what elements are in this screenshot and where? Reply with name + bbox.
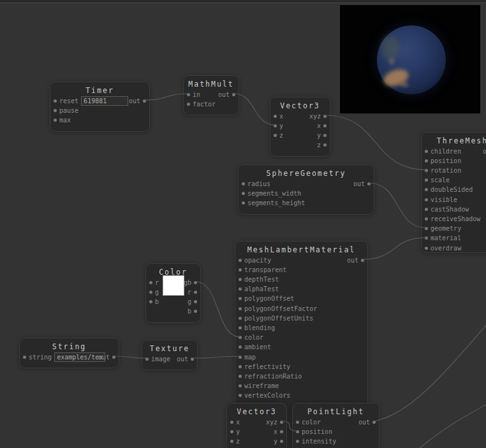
output-label: out [480, 148, 486, 155]
landmass-upper [381, 36, 399, 60]
node-title: MeshLambertMaterial [235, 245, 367, 254]
input-label: max [57, 117, 73, 124]
input-label: castShadow [428, 206, 471, 213]
input-label: geometry [428, 225, 464, 232]
output-port-x[interactable] [280, 430, 283, 433]
output-label: y [271, 438, 280, 445]
node-pointlight[interactable]: PointLightcolorpositionintensityout [292, 403, 379, 448]
node-title: ThreeMesh [422, 136, 486, 145]
input-label: alphaTest [242, 285, 281, 293]
node-spheregeometry[interactable]: SphereGeometryradiussegments_widthsegmen… [238, 164, 374, 215]
input-label: position [299, 428, 335, 435]
output-label: g [185, 298, 194, 305]
wire-color-to-meshlambertmaterial [196, 282, 240, 337]
input-label: polygonOffset [242, 295, 297, 302]
node-title: SphereGeometry [239, 169, 374, 178]
input-label: depthTest [242, 276, 281, 283]
output-port-out[interactable] [361, 259, 364, 262]
input-label: y [233, 428, 242, 435]
output-label: out [126, 98, 143, 105]
node-texture[interactable]: Textureimageout [142, 340, 198, 370]
node-vector3a[interactable]: Vector3xyzxyzxyz [270, 97, 330, 157]
node-vector3b[interactable]: Vector3xyzxyzxyz [226, 403, 287, 448]
input-label: y [277, 122, 286, 129]
node-string[interactable]: Stringstringout [19, 338, 119, 368]
input-label: refractionRatio [242, 373, 304, 380]
input-label: map [242, 354, 258, 361]
render-preview [340, 5, 480, 113]
node-timer[interactable]: Timerresetpausemaxout [50, 82, 150, 132]
output-label: z [314, 141, 323, 148]
reset-field[interactable] [81, 96, 128, 106]
output-label: x [314, 122, 323, 129]
output-port-out[interactable] [367, 182, 371, 185]
wire-pointlight-out-offscreen-right [374, 314, 486, 421]
input-label: image [149, 356, 173, 363]
input-label: polygonOffsetUnits [242, 315, 316, 322]
node-title: Timer [50, 86, 149, 95]
input-label: g [152, 289, 161, 296]
color-swatch[interactable] [163, 275, 184, 296]
input-label: transparent [242, 266, 289, 273]
input-label: doubleSided [428, 186, 475, 193]
output-label: y [314, 132, 323, 139]
input-label: x [233, 419, 242, 426]
input-label: position [428, 157, 464, 164]
input-label: color [299, 419, 323, 426]
input-label: scale [428, 177, 452, 184]
output-port-out[interactable] [232, 93, 235, 96]
node-title: Vector3 [270, 101, 330, 110]
wire-vector3a-to-threemesh [325, 115, 427, 170]
input-label: b [152, 298, 161, 305]
output-port-rgb[interactable] [194, 281, 197, 284]
output-label: out [174, 356, 191, 363]
wire-timer-to-mathmult [145, 94, 189, 100]
output-port-g[interactable] [194, 300, 197, 303]
output-port-b[interactable] [194, 310, 197, 313]
input-label: x [277, 113, 286, 120]
input-label: reflectivity [242, 363, 293, 370]
output-label: out [96, 354, 112, 361]
node-title: Vector3 [227, 407, 286, 416]
output-port-r[interactable] [194, 291, 197, 294]
input-label: radius [245, 180, 273, 187]
input-label: reset [57, 98, 81, 105]
wire-offscreen-right-to-bottom [413, 399, 486, 448]
input-label: overdraw [428, 245, 464, 252]
output-port-out[interactable] [372, 421, 376, 424]
wire-texture-to-meshlambertmaterial [193, 356, 240, 358]
output-port-xyz[interactable] [323, 115, 327, 118]
input-label: rotation [428, 167, 464, 174]
output-port-out[interactable] [191, 358, 194, 361]
node-title: String [20, 342, 119, 351]
input-label: children [428, 148, 464, 155]
output-port-xyz[interactable] [280, 421, 283, 424]
input-label: intensity [299, 438, 339, 445]
output-label: out [356, 419, 372, 426]
input-label: ambient [242, 343, 274, 350]
output-port-out[interactable] [143, 99, 146, 103]
output-port-y[interactable] [323, 134, 327, 137]
input-label: string [26, 354, 54, 361]
output-label: x [271, 428, 280, 435]
top-bar [0, 0, 486, 3]
output-label: out [351, 180, 367, 187]
output-label: r [185, 289, 194, 296]
input-label: receiveShadow [428, 215, 483, 222]
wire-meshlambertmaterial-to-threemesh [363, 238, 427, 259]
node-canvas[interactable]: { "canvas": { "background": "#333333", "… [0, 0, 486, 448]
output-port-x[interactable] [323, 124, 327, 127]
node-threemesh[interactable]: ThreeMeshchildrenpositionrotationscaledo… [421, 132, 486, 253]
output-port-y[interactable] [280, 440, 283, 443]
input-label: r [152, 279, 161, 286]
node-mathmult[interactable]: MathMultinfactorout [183, 75, 239, 115]
output-label: out [216, 91, 232, 98]
output-port-out[interactable] [112, 356, 115, 359]
output-label: b [185, 308, 194, 315]
node-title: MathMult [184, 80, 239, 89]
output-label: xyz [307, 113, 323, 120]
input-label: in [190, 91, 203, 98]
input-label: blending [242, 324, 277, 331]
node-color[interactable]: Colorrgbrgbrgb [145, 263, 201, 323]
output-port-z[interactable] [323, 143, 327, 147]
